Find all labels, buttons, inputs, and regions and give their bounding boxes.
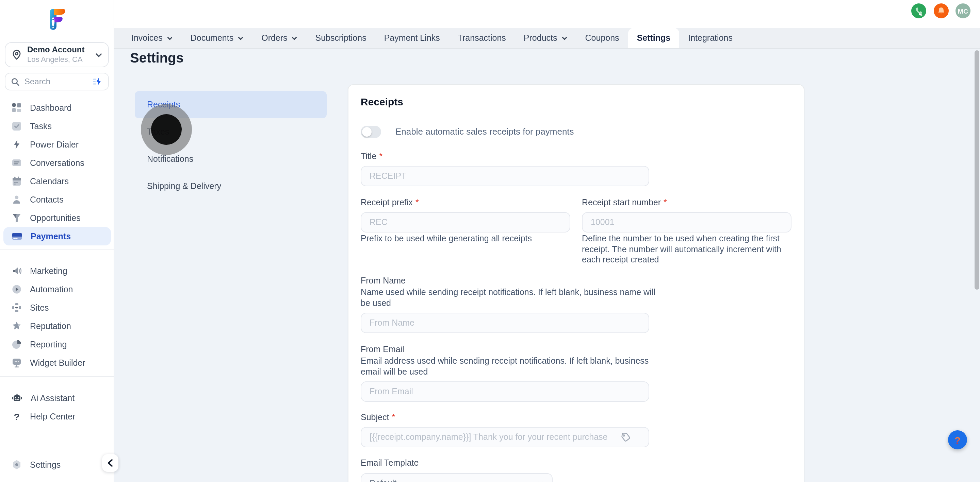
merge-tag-icon[interactable] [620, 432, 631, 442]
tab-integrations[interactable]: Integrations [679, 28, 741, 48]
sidebar-item-marketing[interactable]: Marketing [0, 262, 115, 280]
account-location: Los Angeles, CA [27, 55, 95, 63]
auto-receipts-toggle-label: Enable automatic sales receipts for paym… [395, 127, 574, 136]
sidebar-item-calendars[interactable]: Calendars [0, 172, 115, 190]
sidebar-item-sites[interactable]: Sites [0, 298, 115, 317]
notifications-bell-button[interactable] [934, 3, 949, 18]
user-avatar[interactable]: MC [956, 3, 970, 18]
email-template-select[interactable]: Default [361, 473, 553, 482]
tab-subscriptions[interactable]: Subscriptions [307, 28, 375, 48]
subnav-item-receipts[interactable]: Receipts [135, 91, 327, 118]
location-pin-icon [11, 49, 22, 60]
chevron-down-icon [237, 35, 243, 41]
receipts-settings-card: Receipts Enable automatic sales receipts… [348, 84, 804, 482]
automation-play-icon [11, 284, 22, 294]
sidebar-item-settings[interactable]: Settings [0, 455, 115, 474]
account-name: Demo Account [27, 46, 95, 55]
sidebar-collapse-button[interactable] [102, 454, 118, 472]
tab-orders[interactable]: Orders [253, 28, 306, 48]
sidebar-item-automation[interactable]: Automation [0, 280, 115, 298]
subnav-item-shipping-delivery[interactable]: Shipping & Delivery [135, 173, 327, 200]
receipt-prefix-input[interactable] [361, 212, 570, 233]
email-template-label: Email Template [361, 458, 418, 468]
tab-settings[interactable]: Settings [628, 28, 679, 48]
required-asterisk: * [415, 198, 419, 207]
sidebar-item-reputation[interactable]: Reputation [0, 317, 115, 335]
account-switcher[interactable]: Demo Account Los Angeles, CA [5, 42, 109, 67]
subject-input[interactable] [361, 427, 649, 447]
title-input[interactable] [361, 166, 649, 186]
tab-invoices[interactable]: Invoices [123, 28, 182, 48]
power-dialer-bolt-icon [11, 140, 22, 149]
sidebar-item-conversations[interactable]: Conversations [0, 154, 115, 172]
phone-button[interactable] [911, 3, 926, 18]
search-input[interactable]: Search [5, 73, 109, 90]
from-name-label: From Name [361, 276, 406, 285]
app-window: Demo Account Los Angeles, CA Search [0, 0, 980, 482]
subnav-item-taxes[interactable]: Taxes [135, 118, 327, 146]
sidebar-item-payments[interactable]: Payments [3, 227, 111, 246]
tab-coupons[interactable]: Coupons [576, 28, 628, 48]
conversations-icon [11, 158, 22, 168]
tab-products[interactable]: Products [515, 28, 576, 48]
robot-icon [11, 393, 22, 403]
receipt-start-number-helper: Define the number to be used when creati… [582, 234, 795, 265]
tab-payment-links[interactable]: Payment Links [375, 28, 449, 48]
receipt-start-number-input[interactable] [582, 212, 791, 233]
receipt-start-number-label: Receipt start number* [582, 198, 667, 207]
sidebar-item-tasks[interactable]: Tasks [0, 117, 115, 135]
main-content: Settings Receipts Taxes Notifications Sh… [115, 49, 980, 482]
required-asterisk: * [392, 413, 395, 422]
opportunities-funnel-icon [11, 213, 22, 223]
sidebar-item-help-center[interactable]: ? Help Center [0, 407, 115, 426]
payments-subnav-tabbar: Invoices Documents Orders Subscriptions … [115, 28, 980, 49]
toggle-knob [362, 127, 372, 136]
gear-icon [11, 460, 22, 470]
subject-label: Subject* [361, 413, 395, 422]
payments-card-icon [11, 231, 22, 241]
sidebar-item-dashboard[interactable]: Dashboard [0, 98, 115, 117]
reporting-pie-icon [11, 339, 22, 349]
chevron-down-icon [292, 35, 298, 41]
contacts-icon [11, 194, 22, 205]
sidebar-item-opportunities[interactable]: Opportunities [0, 209, 115, 227]
required-asterisk: * [379, 152, 382, 161]
from-name-helper: Name used while sending receipt notifica… [361, 288, 666, 309]
sidebar-divider [0, 249, 115, 250]
chevron-down-icon [537, 480, 544, 482]
sidebar-item-contacts[interactable]: Contacts [0, 190, 115, 209]
reputation-star-icon [11, 321, 22, 331]
card-title: Receipts [361, 96, 403, 108]
chevron-down-icon [167, 35, 173, 41]
receipt-prefix-label: Receipt prefix* [361, 198, 419, 207]
required-asterisk: * [663, 198, 667, 207]
search-placeholder: Search [24, 77, 92, 86]
from-email-input[interactable] [361, 381, 649, 402]
subnav-item-notifications[interactable]: Notifications [135, 146, 327, 173]
brand-logo-icon[interactable] [47, 8, 69, 32]
sidebar-item-ai-assistant[interactable]: Ai Assistant [0, 389, 115, 407]
chevron-down-icon [95, 51, 103, 59]
question-mark-icon: ? [11, 411, 22, 422]
vertical-scrollbar-thumb[interactable] [975, 50, 979, 290]
tab-documents[interactable]: Documents [182, 28, 253, 48]
tab-transactions[interactable]: Transactions [449, 28, 515, 48]
from-name-input[interactable] [361, 313, 649, 333]
tasks-icon [11, 121, 22, 131]
widget-builder-icon [11, 358, 22, 368]
sidebar-divider [0, 376, 115, 377]
chevron-left-icon [107, 459, 114, 467]
auto-receipts-toggle[interactable] [361, 125, 381, 138]
quick-actions-bolt-icon[interactable] [92, 77, 103, 86]
sidebar-item-power-dialer[interactable]: Power Dialer [0, 135, 115, 154]
page-title: Settings [130, 50, 184, 66]
chevron-down-icon [562, 35, 568, 41]
sidebar-item-reporting[interactable]: Reporting [0, 335, 115, 354]
marketing-megaphone-icon [11, 266, 22, 276]
receipt-prefix-helper: Prefix to be used while generating all r… [361, 234, 565, 244]
sidebar-item-widget-builder[interactable]: Widget Builder [0, 354, 115, 372]
sites-globe-icon [11, 303, 22, 313]
from-email-helper: Email address used while sending receipt… [361, 356, 666, 377]
help-fab-button[interactable]: ? [948, 430, 967, 449]
dashboard-icon [11, 103, 22, 113]
